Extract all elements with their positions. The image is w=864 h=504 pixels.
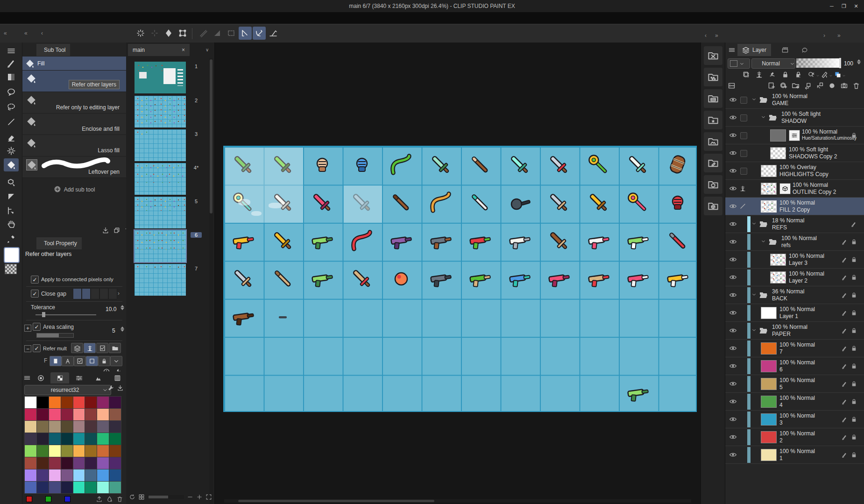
color-swatch-c32454[interactable] xyxy=(25,409,36,420)
pen-tool[interactable] xyxy=(4,57,19,70)
color-swatch-4b2415[interactable] xyxy=(37,457,49,469)
color-swatch-351b42[interactable] xyxy=(85,457,97,469)
qx-icon[interactable] xyxy=(807,71,815,78)
layer-row-fill-2-copy[interactable]: 100 % NormalFILL 2 Copy xyxy=(725,198,864,215)
page-thumbnail-4[interactable] xyxy=(135,163,186,195)
checkbox[interactable]: ✓ xyxy=(33,323,41,331)
import-icon[interactable] xyxy=(117,384,124,391)
layer-thumbnail[interactable] xyxy=(761,360,777,372)
tolerance-spinner[interactable] xyxy=(120,305,124,310)
color-swatch-60082e[interactable] xyxy=(37,409,49,420)
layer-row-paper[interactable]: 100 % NormalPAPER xyxy=(725,322,864,340)
eye-icon[interactable] xyxy=(729,256,737,263)
layer-checkbox[interactable] xyxy=(740,114,747,121)
color-swatch-000000[interactable] xyxy=(37,397,49,408)
minus-icon[interactable] xyxy=(187,494,193,500)
eye-icon[interactable] xyxy=(729,309,737,317)
subtool-item-leftover-pen[interactable]: Leftover pen xyxy=(22,156,126,178)
layer-row-layer-2[interactable]: 100 % NormalLayer 2 xyxy=(725,269,864,286)
approx-color-icon-tab[interactable] xyxy=(89,372,107,383)
materials-3d-b-icon[interactable] xyxy=(704,197,722,215)
page-manager-tab[interactable]: main × xyxy=(128,44,190,56)
slider-thumb[interactable] xyxy=(42,312,45,317)
layer-thumbnail[interactable] xyxy=(761,165,777,177)
ruler-triangle-icon[interactable] xyxy=(211,27,224,40)
add-subtool-button[interactable]: Add sub tool xyxy=(22,183,126,197)
color-slider-icon-tab[interactable] xyxy=(70,372,88,383)
color-swatch-f47521[interactable] xyxy=(49,397,61,408)
eye-icon[interactable] xyxy=(729,398,737,405)
color-swatch-0a8a62[interactable] xyxy=(85,482,97,493)
opacity-value[interactable]: 100 xyxy=(844,60,853,67)
layer-row-shadows-copy-2[interactable]: 100 % Soft lightSHADOWS Copy 2 xyxy=(725,144,864,162)
layer-thumbnail[interactable] xyxy=(770,129,786,142)
new-layer-icon[interactable] xyxy=(767,82,775,90)
layer-thumbnail[interactable] xyxy=(761,183,777,195)
opacity-slider[interactable] xyxy=(796,58,841,68)
eraser-tool[interactable] xyxy=(4,131,19,144)
page-thumbnail-6[interactable] xyxy=(135,230,186,262)
subtool-group-fill[interactable]: Fill xyxy=(22,57,126,71)
color-swatch-7a3a11[interactable] xyxy=(109,445,121,457)
eye-icon[interactable] xyxy=(729,362,737,370)
color-wheel-icon-tab[interactable] xyxy=(31,372,50,383)
subtool-item-lasso-fill[interactable]: Lasso fill xyxy=(22,135,126,156)
eye-icon[interactable] xyxy=(729,344,737,352)
refresh-icon[interactable] xyxy=(129,494,135,500)
collapse-left-icon[interactable]: ‹ xyxy=(41,30,43,36)
tab-layer[interactable]: Layer xyxy=(737,44,771,56)
page-thumbnail-2[interactable] xyxy=(135,96,186,128)
eye-icon[interactable] xyxy=(729,114,737,121)
layer-row-refs[interactable]: 100 % Normalrefs xyxy=(725,233,864,251)
frame-border-tool[interactable] xyxy=(4,190,19,203)
color-swatch-f68888[interactable] xyxy=(73,409,85,420)
color-swatch-241f30[interactable] xyxy=(37,433,49,445)
color-swatch-0e5e6e[interactable] xyxy=(49,433,61,445)
area-scaling-slider[interactable] xyxy=(36,333,74,338)
color-swatch-50286b[interactable] xyxy=(109,457,121,469)
lock-icon[interactable] xyxy=(98,356,110,366)
layer-thumbnail[interactable] xyxy=(761,431,777,443)
chevron-right-icon[interactable]: › xyxy=(118,290,120,297)
page-thumbnail-1[interactable] xyxy=(135,62,186,93)
new-folder-icon[interactable] xyxy=(792,82,800,90)
color-swatch-4d65b4[interactable] xyxy=(25,482,36,493)
color-swatch-8ff8e2[interactable] xyxy=(97,482,109,493)
layer-row-highlights-copy[interactable]: 100 % OverlayHIGHLIGHTS Copy xyxy=(725,162,864,180)
expand-chevron-icon[interactable] xyxy=(751,292,757,298)
eye-icon[interactable] xyxy=(729,380,737,388)
folder-icon[interactable] xyxy=(109,343,121,353)
layer-row-2[interactable]: 100 % Normal2 xyxy=(725,428,864,446)
transparent-color-swatch[interactable] xyxy=(5,264,17,274)
layer-palette-dropdown[interactable] xyxy=(728,58,750,69)
layer-thumbnail[interactable] xyxy=(761,396,777,408)
color-swatch-fbff9e[interactable] xyxy=(49,445,61,457)
materials-pattern-icon[interactable] xyxy=(704,68,722,86)
history-color-swatch[interactable] xyxy=(64,496,71,502)
color-swatch-8fd3ff[interactable] xyxy=(73,469,85,481)
materials-image-icon[interactable] xyxy=(704,132,722,151)
close-gap-segment[interactable] xyxy=(91,288,99,299)
text-a-icon[interactable] xyxy=(62,356,74,366)
area-scaling-value[interactable]: 5 xyxy=(112,327,115,334)
layer-row-4[interactable]: 100 % Normal4 xyxy=(725,393,864,411)
transfer2-icon[interactable] xyxy=(816,82,824,90)
eye-icon[interactable] xyxy=(729,167,737,175)
layer-thumbnail[interactable] xyxy=(761,378,777,390)
color-swatch-350b24[interactable] xyxy=(61,457,73,469)
transfer-icon[interactable] xyxy=(804,82,812,90)
eye-icon[interactable] xyxy=(729,96,737,104)
layer-thumbnail[interactable] xyxy=(770,147,786,159)
color-swatch-8b2464[interactable] xyxy=(97,397,109,408)
expand-icon[interactable]: + xyxy=(24,325,31,332)
canvas-h-scrollbar[interactable] xyxy=(224,499,691,503)
eye-icon[interactable] xyxy=(729,185,737,192)
color-swatch-a34b3c[interactable] xyxy=(25,457,36,469)
color-swatch-eaadf0[interactable] xyxy=(49,469,61,481)
palette-menu-icon[interactable] xyxy=(728,46,736,54)
tab-animation[interactable] xyxy=(777,44,793,56)
layer-checkbox[interactable] xyxy=(740,132,747,139)
eye-icon[interactable] xyxy=(729,202,737,210)
color-swatch-46497e[interactable] xyxy=(49,482,61,493)
color-swatch-9a6b1e[interactable] xyxy=(85,445,97,457)
